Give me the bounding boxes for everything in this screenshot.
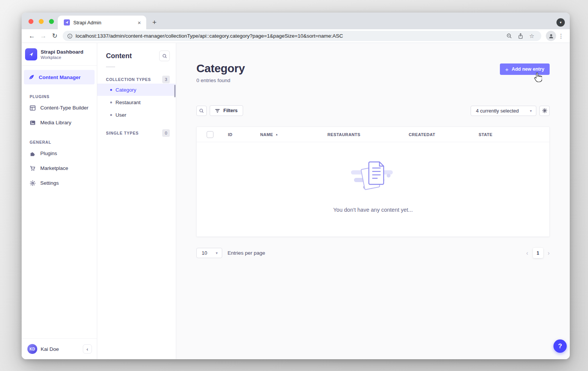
sidebar-item-label: Content Manager xyxy=(39,75,81,80)
subnav-item-label: User xyxy=(115,112,126,118)
brand-title: Strapi Dashboard xyxy=(41,49,84,55)
column-header-name[interactable]: NAME ▲ xyxy=(260,132,327,137)
sidebar-item-label: Plugins xyxy=(40,151,57,156)
main-content: Category 0 entries found + Add new entry xyxy=(176,43,570,359)
add-new-entry-button[interactable]: + Add new entry xyxy=(500,63,550,75)
brand-subtitle: Workplace xyxy=(41,55,84,60)
browser-window: Strapi Admin × + ▼ ← → ↻ localhost:1337/… xyxy=(22,13,570,359)
sidebar-item-content-manager[interactable]: Content Manager xyxy=(24,70,95,84)
sidebar-section-general: GENERAL xyxy=(22,130,97,146)
new-tab-button[interactable]: + xyxy=(152,18,156,27)
sidebar-item-marketplace[interactable]: Marketplace xyxy=(22,161,97,176)
page-title: Category xyxy=(196,62,245,75)
browser-tab[interactable]: Strapi Admin × xyxy=(58,16,146,29)
subnav-search-button[interactable] xyxy=(159,51,170,61)
sort-ascending-icon: ▲ xyxy=(275,133,278,136)
sidebar-item-label: Content-Type Builder xyxy=(40,105,89,111)
subnav-item-restaurant[interactable]: Restaurant xyxy=(97,96,176,108)
subnav-item-user[interactable]: User xyxy=(97,109,176,121)
puzzle-icon xyxy=(30,151,36,157)
select-all-checkbox[interactable] xyxy=(207,131,213,138)
filter-icon xyxy=(215,109,220,113)
close-tab-icon[interactable]: × xyxy=(136,19,142,26)
close-window-button[interactable] xyxy=(28,19,33,24)
bullet-icon xyxy=(110,114,112,116)
content-subnav: Content COLLECTION TYPES 3 Category Rest… xyxy=(97,43,176,359)
back-button[interactable]: ← xyxy=(26,32,38,40)
sidebar-item-content-type-builder[interactable]: Content-Type Builder xyxy=(22,100,97,115)
add-new-entry-label: Add new entry xyxy=(512,67,544,72)
single-types-count-badge: 0 xyxy=(162,129,170,137)
search-icon xyxy=(162,54,167,59)
sidebar-section-plugins: PLUGINS xyxy=(22,84,97,100)
minimize-window-button[interactable] xyxy=(39,19,44,24)
table-header-row: ID NAME ▲ RESTAURANTS CREATEDAT STATE xyxy=(197,127,549,142)
subnav-item-label: Restaurant xyxy=(115,100,141,105)
entries-per-page-label: Entries per page xyxy=(228,250,265,256)
next-page-icon[interactable]: › xyxy=(548,250,550,257)
sidebar-item-label: Marketplace xyxy=(40,165,68,171)
column-header-id[interactable]: ID xyxy=(228,132,260,137)
subnav-scrollbar[interactable] xyxy=(174,85,175,97)
traffic-lights xyxy=(28,19,54,24)
column-header-createdat[interactable]: CREATEDAT xyxy=(409,132,479,137)
record-indicator-icon[interactable]: ▼ xyxy=(556,18,565,27)
filters-label: Filters xyxy=(223,108,238,113)
zoom-window-button[interactable] xyxy=(49,19,54,24)
pagination-row: 10 ▾ Entries per page ‹ 1 › xyxy=(196,248,550,258)
browser-profile-avatar[interactable] xyxy=(546,31,556,41)
bullet-icon xyxy=(110,101,112,103)
previous-page-icon[interactable]: ‹ xyxy=(526,250,528,257)
bullet-icon xyxy=(110,89,112,91)
avatar[interactable]: KD xyxy=(27,344,37,354)
entries-table: ID NAME ▲ RESTAURANTS CREATEDAT STATE xyxy=(196,127,550,237)
share-icon[interactable] xyxy=(515,33,525,39)
chevron-down-icon: ▾ xyxy=(530,109,532,113)
url-text: localhost:1337/admin/content-manager/col… xyxy=(76,33,343,39)
column-header-restaurants[interactable]: RESTAURANTS xyxy=(327,132,409,137)
empty-documents-illustration xyxy=(350,159,396,197)
browser-toolbar: ← → ↻ localhost:1337/admin/content-manag… xyxy=(22,29,570,43)
sidebar-item-media-library[interactable]: Media Library xyxy=(22,115,97,130)
fields-selected-dropdown[interactable]: 4 currently selected ▾ xyxy=(471,106,536,116)
image-icon xyxy=(30,120,36,126)
empty-state-text: You don't have any content yet... xyxy=(333,207,413,213)
collection-types-label: COLLECTION TYPES xyxy=(106,77,151,82)
help-button[interactable]: ? xyxy=(553,339,567,353)
sidebar-item-label: Media Library xyxy=(40,120,71,125)
sidebar-item-label: Settings xyxy=(40,180,59,186)
column-header-state[interactable]: STATE xyxy=(479,132,549,137)
page-size-value: 10 xyxy=(202,250,207,256)
table-settings-button[interactable] xyxy=(539,106,550,116)
user-row: KD Kai Doe ‹ xyxy=(22,338,97,359)
sidebar-item-settings[interactable]: Settings xyxy=(22,176,97,190)
single-types-label: SINGLE TYPES xyxy=(106,131,139,135)
subnav-item-label: Category xyxy=(115,87,136,93)
plus-icon: + xyxy=(505,66,509,73)
tab-strip: Strapi Admin × + ▼ xyxy=(22,13,570,29)
browser-menu-icon[interactable]: ⋮ xyxy=(557,33,565,40)
selected-value: 4 currently selected xyxy=(476,108,519,114)
table-search-button[interactable] xyxy=(196,106,207,116)
filters-button[interactable]: Filters xyxy=(210,105,243,116)
page-number-button[interactable]: 1 xyxy=(533,248,543,258)
brand-block[interactable]: Strapi Dashboard Workplace xyxy=(22,43,97,66)
strapi-app: Strapi Dashboard Workplace Content Manag… xyxy=(22,43,570,359)
collapse-sidebar-button[interactable]: ‹ xyxy=(83,344,92,354)
search-icon xyxy=(199,108,204,113)
reload-button[interactable]: ↻ xyxy=(49,32,60,40)
sidebar-item-plugins[interactable]: Plugins xyxy=(22,146,97,161)
chevron-down-icon: ▾ xyxy=(216,251,218,255)
address-bar[interactable]: localhost:1337/admin/content-manager/col… xyxy=(63,31,541,41)
info-icon[interactable] xyxy=(67,33,73,39)
strapi-favicon xyxy=(64,19,70,25)
forward-button[interactable]: → xyxy=(38,32,49,40)
page-size-dropdown[interactable]: 10 ▾ xyxy=(196,248,222,258)
zoom-page-icon[interactable] xyxy=(504,33,514,39)
collection-types-count-badge: 3 xyxy=(162,76,170,83)
divider xyxy=(106,67,115,67)
bookmark-star-icon[interactable]: ☆ xyxy=(527,33,537,40)
gear-icon xyxy=(30,180,36,186)
subnav-item-category[interactable]: Category xyxy=(97,84,176,96)
sidebar: Strapi Dashboard Workplace Content Manag… xyxy=(22,43,97,359)
